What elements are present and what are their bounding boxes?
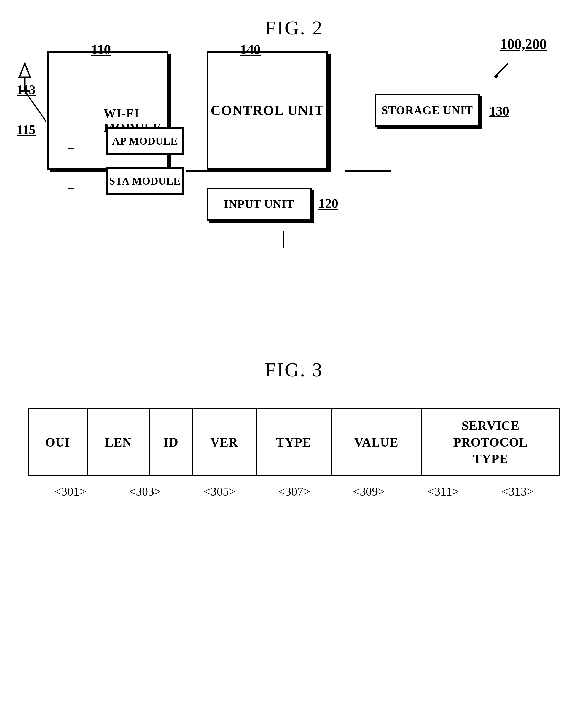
storage-unit-box: STORAGE UNIT xyxy=(375,94,480,127)
ref-115: 115 xyxy=(16,122,35,137)
ref-309: <309> xyxy=(353,485,385,499)
svg-marker-2 xyxy=(19,63,30,77)
ref-313: <313> xyxy=(502,485,534,499)
ref-311: <311> xyxy=(428,485,459,499)
protocol-table: OUI LEN ID VER TYPE VALUE SERVICEPROTOCO… xyxy=(27,408,561,476)
ref-305: <305> xyxy=(204,485,236,499)
control-unit-box: CONTROL UNIT xyxy=(207,51,328,170)
sta-module-label: STA MODULE xyxy=(109,175,181,187)
col-oui: OUI xyxy=(28,409,87,476)
wifi-module-box: WI-FI MODULE AP MODULE STA MODULE xyxy=(47,51,168,170)
ref-307: <307> xyxy=(278,485,310,499)
col-id: ID xyxy=(150,409,192,476)
fig2-title: FIG. 2 xyxy=(265,16,323,40)
col-value: VALUE xyxy=(331,409,421,476)
ap-module-box: AP MODULE xyxy=(106,127,184,155)
ref-301: <301> xyxy=(55,485,87,499)
col-service-protocol-type: SERVICEPROTOCOLTYPE xyxy=(421,409,560,476)
ref-110: 110 xyxy=(91,42,111,57)
ref-140: 140 xyxy=(240,42,260,57)
ref-130: 130 xyxy=(489,103,509,119)
ref-113: 113 xyxy=(16,82,35,97)
col-ver: VER xyxy=(192,409,256,476)
storage-unit-label: STORAGE UNIT xyxy=(382,104,473,117)
ref-100-200: 100,200 xyxy=(500,36,547,52)
input-unit-box: INPUT UNIT xyxy=(207,187,312,221)
control-unit-label: CONTROL UNIT xyxy=(211,102,324,118)
ap-module-label: AP MODULE xyxy=(112,135,178,147)
ref-120: 120 xyxy=(318,196,338,211)
table-refs-row: <301> <303> <305> <307> <309> <311> <313… xyxy=(27,485,561,499)
sta-module-box: STA MODULE xyxy=(106,167,184,195)
ref-303: <303> xyxy=(129,485,161,499)
arrow-100-200-icon xyxy=(489,58,514,83)
col-len: LEN xyxy=(87,409,149,476)
fig3-table-area: OUI LEN ID VER TYPE VALUE SERVICEPROTOCO… xyxy=(27,408,561,499)
input-unit-label: INPUT UNIT xyxy=(224,198,294,211)
svg-line-0 xyxy=(494,63,508,77)
fig3-title: FIG. 3 xyxy=(265,359,323,381)
col-type: TYPE xyxy=(256,409,331,476)
